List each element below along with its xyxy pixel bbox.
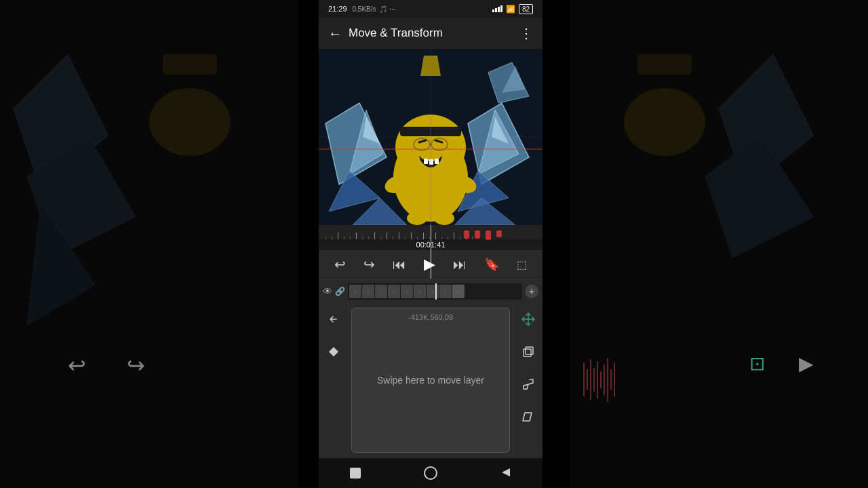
back-nav-button[interactable] (487, 462, 525, 485)
tick (350, 237, 351, 239)
right-overlay (570, 0, 868, 488)
svg-point-38 (434, 211, 454, 225)
duplicate-tool-button[interactable] (517, 340, 540, 363)
video-preview (319, 49, 542, 225)
character-area (319, 49, 542, 225)
status-bar: 21:29 0,5KB/s 🎵 ··· 📶 82 (319, 0, 542, 18)
track-strip[interactable]: ▪ ▪ ▪ ▪ ▪ ▪ ▪ ▪ ▪ (348, 283, 522, 300)
export-button[interactable]: ⬚ (514, 256, 530, 274)
svg-rect-43 (524, 349, 531, 357)
eye-icon[interactable]: 👁 (323, 286, 332, 297)
frame-6: ▪ (414, 285, 426, 298)
transform-panel: -413K,560,09 Swipe here to move layer (319, 302, 542, 458)
title-bar: ← Move & Transform ⋮ (319, 18, 542, 49)
tick (344, 237, 344, 239)
status-right: 📶 82 (492, 4, 533, 14)
tick (448, 237, 448, 239)
status-audio-icon: 🎵 (379, 5, 387, 13)
coordinates-label: -413K,560,09 (351, 313, 510, 321)
back-tool-button[interactable] (322, 308, 345, 331)
frame-9: ▪ (452, 285, 465, 298)
svg-marker-45 (502, 468, 510, 476)
signal-bar-2 (495, 8, 497, 12)
move-tool-button[interactable] (517, 308, 540, 331)
frame-1: ▪ (349, 285, 361, 298)
home-button[interactable] (410, 462, 451, 484)
side-undo-icon: ↩ (68, 352, 86, 378)
skip-start-button[interactable]: ⏮ (390, 254, 409, 275)
add-track-button[interactable]: + (525, 285, 538, 298)
tick (338, 232, 338, 239)
frame-4: ▪ (388, 285, 400, 298)
scale-tool-button[interactable] (517, 373, 540, 396)
page-title: Move & Transform (349, 26, 443, 40)
tick (356, 232, 357, 239)
marker (496, 230, 502, 237)
tick (380, 237, 381, 239)
battery-icon: 82 (519, 4, 533, 14)
frame-2: ▪ (362, 285, 374, 298)
track-lock-icon[interactable]: 🔗 (335, 287, 345, 296)
tick (411, 232, 412, 239)
tick (429, 237, 430, 239)
keyframe-tool-button[interactable] (322, 340, 345, 363)
skip-end-button[interactable]: ⏭ (450, 254, 469, 275)
tick (417, 237, 418, 239)
undo-button[interactable]: ↩ (332, 253, 349, 275)
tick (454, 232, 454, 239)
phone-container: 21:29 0,5KB/s 🎵 ··· 📶 82 ← Move & Transf… (319, 0, 542, 488)
signal-bars (492, 5, 502, 12)
controls-area: 00:01:41 ↩ ↪ ⏮ ▶ ⏭ 🔖 ⬚ (319, 225, 542, 279)
svg-rect-33 (429, 159, 433, 165)
transform-right-tools (513, 302, 542, 458)
track-cursor (435, 283, 437, 300)
svg-rect-34 (435, 159, 439, 164)
playhead-line (431, 225, 431, 279)
frame-3: ▪ (375, 285, 387, 298)
svg-marker-41 (420, 56, 441, 76)
more-menu-button[interactable]: ⋮ (519, 25, 533, 41)
marker (464, 230, 469, 239)
tick (441, 237, 442, 239)
signal-bar-1 (492, 9, 494, 12)
bookmark-button[interactable]: 🔖 (481, 254, 502, 274)
stop-icon (350, 468, 361, 479)
svg-point-37 (407, 211, 427, 225)
frame-8: ▪ (439, 285, 452, 298)
svg-rect-44 (526, 347, 533, 354)
tick (326, 237, 326, 239)
tick (374, 232, 375, 239)
frame-5: ▪ (401, 285, 413, 298)
signal-bar-3 (498, 7, 500, 12)
svg-rect-32 (424, 159, 428, 164)
nav-bar (319, 458, 542, 488)
back-button[interactable]: ← (328, 26, 342, 41)
tick (393, 237, 393, 239)
redo-button[interactable]: ↪ (361, 253, 378, 275)
tick (399, 232, 399, 239)
svg-marker-42 (329, 347, 338, 357)
status-more: ··· (390, 5, 395, 13)
status-left: 21:29 0,5KB/s 🎵 ··· (328, 5, 395, 13)
tick (435, 232, 436, 239)
play-button[interactable]: ▶ (421, 253, 438, 276)
transform-swipe-area[interactable]: -413K,560,09 Swipe here to move layer (351, 308, 510, 453)
skew-tool-button[interactable] (517, 405, 540, 428)
tick (405, 237, 406, 239)
track-frames: ▪ ▪ ▪ ▪ ▪ ▪ ▪ ▪ ▪ (348, 285, 466, 298)
tick (423, 232, 424, 239)
timeline-markers (464, 230, 502, 240)
signal-bar-4 (500, 5, 502, 12)
stop-button[interactable] (336, 464, 374, 483)
wifi-icon: 📶 (506, 5, 515, 14)
status-time: 21:29 (328, 5, 347, 13)
tick (332, 237, 332, 239)
frame-7: ▪ (427, 285, 439, 298)
title-bar-center: ← Move & Transform (328, 26, 519, 41)
marker (475, 230, 480, 239)
track-area: 👁 🔗 ▪ ▪ ▪ ▪ ▪ ▪ ▪ ▪ ▪ + (319, 279, 542, 302)
tick (387, 232, 387, 239)
home-icon (424, 466, 437, 480)
swipe-area-border (351, 308, 510, 453)
side-icons-left: ↩ ↪ (68, 352, 145, 378)
